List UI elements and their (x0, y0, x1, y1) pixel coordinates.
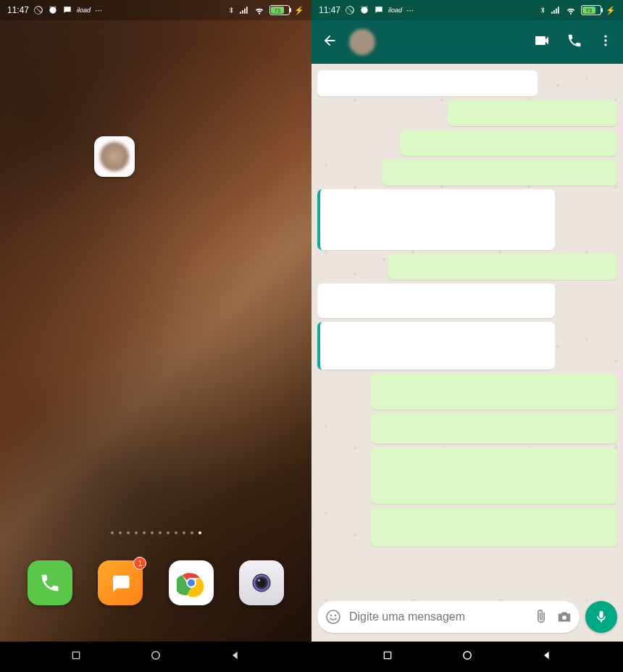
signal-icon (551, 5, 561, 15)
svg-point-12 (327, 610, 340, 623)
message-bubble[interactable] (400, 130, 617, 156)
status-time: 11:47 (7, 5, 29, 15)
alarm-icon (359, 5, 369, 15)
status-bar: 11:47 iload ··· 73 ⚡ (312, 0, 623, 20)
recents-button[interactable] (70, 650, 82, 664)
message-bubble[interactable] (317, 189, 555, 250)
more-icon: ··· (406, 5, 414, 15)
mic-button[interactable] (585, 601, 617, 633)
wifi-icon (254, 5, 265, 15)
battery-icon: 73 (581, 5, 601, 15)
message-bubble[interactable] (371, 373, 617, 410)
svg-point-6 (258, 579, 260, 581)
badge: 1 (133, 557, 146, 570)
bluetooth-icon (227, 5, 235, 15)
message-bubble[interactable] (382, 159, 617, 186)
svg-point-17 (464, 652, 472, 660)
message-bubble[interactable] (388, 254, 617, 280)
message-icon (109, 572, 131, 594)
alarm-icon (48, 5, 58, 15)
svg-point-15 (562, 615, 566, 620)
chrome-icon (177, 568, 206, 597)
back-button[interactable] (230, 650, 241, 664)
whatsapp-chat: 11:47 iload ··· 73 ⚡ (312, 0, 623, 672)
message-bubble[interactable] (317, 70, 538, 96)
camera-button[interactable] (556, 609, 572, 625)
phone-icon (566, 33, 582, 49)
voice-call-button[interactable] (562, 28, 587, 56)
svg-rect-16 (384, 652, 390, 658)
video-call-button[interactable] (529, 28, 555, 57)
video-icon (533, 32, 551, 49)
compose-box (317, 601, 580, 633)
dnd-icon (345, 5, 355, 15)
arrow-left-icon (322, 33, 338, 49)
charging-icon: ⚡ (606, 6, 616, 15)
svg-point-14 (335, 615, 336, 616)
phone-app[interactable] (28, 560, 72, 605)
recents-button[interactable] (382, 650, 393, 664)
svg-point-10 (604, 39, 606, 41)
battery-icon: 73 (269, 5, 290, 15)
message-bubble[interactable] (317, 322, 555, 370)
homescreen: 11:47 iload ··· 73 ⚡ (0, 0, 312, 672)
more-vert-icon (598, 33, 613, 48)
input-bar (312, 597, 623, 637)
bluetooth-icon (539, 5, 546, 15)
chrome-app[interactable] (169, 560, 214, 605)
label-icon: iload (77, 7, 91, 14)
message-bubble[interactable] (371, 507, 617, 547)
emoji-button[interactable] (325, 608, 342, 626)
contact-shortcut[interactable] (94, 136, 138, 180)
message-bubble[interactable] (317, 283, 555, 318)
message-bubble[interactable] (371, 413, 617, 444)
avatar-icon (94, 136, 135, 177)
svg-point-8 (152, 652, 160, 660)
chat-header (312, 20, 623, 64)
more-icon: ··· (95, 5, 102, 15)
attach-button[interactable] (533, 609, 549, 625)
nav-bar (0, 642, 312, 672)
svg-point-9 (604, 36, 606, 38)
back-button[interactable] (317, 28, 342, 56)
camera-app[interactable] (239, 560, 284, 605)
page-indicator (0, 531, 312, 534)
mic-icon (594, 610, 609, 624)
status-time: 11:47 (319, 5, 340, 15)
chat-icon (374, 5, 384, 15)
menu-button[interactable] (594, 29, 617, 55)
signal-icon (239, 5, 249, 15)
chat-area[interactable] (312, 64, 623, 642)
home-button[interactable] (149, 649, 162, 665)
home-area[interactable]: 1 (0, 20, 312, 642)
wifi-icon (565, 5, 577, 15)
status-bar: 11:47 iload ··· 73 ⚡ (0, 0, 312, 20)
contact-avatar[interactable] (349, 29, 375, 55)
back-button[interactable] (541, 650, 553, 664)
message-bubble[interactable] (448, 100, 617, 126)
svg-rect-7 (72, 652, 79, 658)
messages-app[interactable]: 1 (98, 560, 143, 605)
camera-icon (247, 568, 276, 597)
nav-bar (312, 642, 623, 672)
svg-point-11 (604, 43, 606, 46)
charging-icon: ⚡ (294, 6, 304, 15)
home-button[interactable] (461, 649, 474, 665)
message-bubble[interactable] (371, 447, 617, 504)
label-icon: iload (388, 7, 402, 14)
svg-point-13 (330, 615, 332, 616)
phone-icon (39, 572, 61, 594)
dock: 1 (0, 560, 312, 605)
chat-icon (62, 5, 72, 15)
dnd-icon (33, 5, 43, 15)
message-input[interactable] (349, 610, 526, 623)
